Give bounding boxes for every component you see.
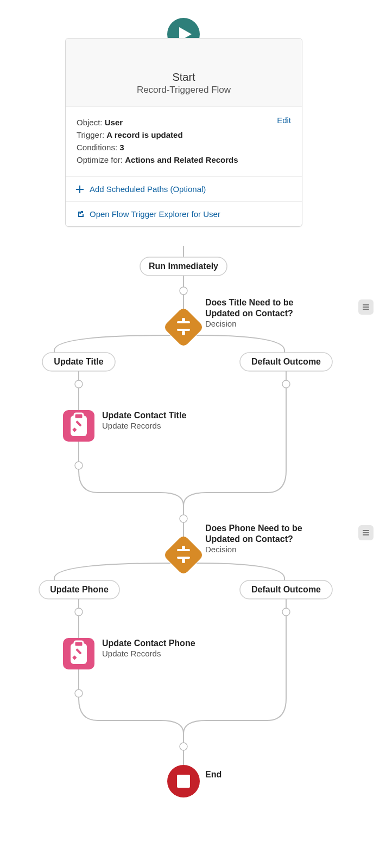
outcome-update-phone[interactable]: Update Phone (39, 580, 119, 599)
svg-point-41 (282, 608, 290, 616)
update-1-label: Update Contact Title Update Records (102, 410, 227, 430)
element-options-1[interactable] (358, 299, 374, 315)
open-trigger-explorer-label: Open Flow Trigger Explorer for User (90, 209, 220, 219)
start-card[interactable]: Start Record-Triggered Flow Edit Object:… (65, 38, 302, 227)
svg-text:Run Immediately: Run Immediately (149, 261, 218, 271)
start-title: Start (74, 71, 293, 84)
object-label: Object: (77, 118, 103, 127)
decision-node-2[interactable] (163, 534, 204, 576)
add-scheduled-paths-label: Add Scheduled Paths (Optional) (90, 184, 206, 194)
start-subtitle: Record-Triggered Flow (74, 85, 293, 95)
object-value: User (105, 118, 123, 127)
svg-point-39 (75, 608, 83, 616)
decision-1-label: Does Title Need to be Updated on Contact… (205, 297, 330, 328)
decision-node-1[interactable] (163, 307, 204, 348)
update-node-2[interactable] (63, 638, 94, 669)
add-scheduled-paths[interactable]: Add Scheduled Paths (Optional) (66, 177, 302, 201)
svg-rect-55 (363, 309, 369, 310)
update-2-label: Update Contact Phone Update Records (102, 638, 232, 658)
svg-point-19 (282, 380, 290, 388)
svg-rect-22 (74, 413, 83, 419)
run-immediately-pill[interactable]: Run Immediately (140, 257, 227, 276)
svg-point-48 (75, 690, 83, 697)
list-icon (362, 303, 370, 311)
svg-point-26 (75, 462, 83, 469)
decision-2-label: Does Phone Need to be Updated on Contact… (205, 523, 330, 554)
optimize-value: Actions and Related Records (125, 155, 238, 164)
svg-rect-31 (182, 546, 185, 550)
trigger-value: A record is updated (106, 130, 182, 139)
outcome-default-2[interactable]: Default Outcome (240, 580, 332, 599)
svg-rect-11 (182, 331, 185, 335)
plus-icon (75, 185, 84, 194)
svg-rect-57 (363, 532, 369, 533)
outcome-update-title[interactable]: Update Title (42, 353, 115, 371)
edit-link[interactable]: Edit (277, 116, 291, 125)
update-node-1[interactable] (63, 410, 94, 442)
svg-rect-54 (363, 307, 369, 308)
list-icon (362, 528, 370, 537)
svg-point-50 (180, 743, 187, 750)
svg-rect-32 (177, 557, 190, 559)
svg-text:Update Phone: Update Phone (50, 585, 109, 594)
svg-rect-58 (363, 534, 369, 535)
open-trigger-explorer[interactable]: Open Flow Trigger Explorer for User (66, 201, 302, 226)
external-link-icon (75, 210, 84, 219)
svg-rect-29 (163, 534, 204, 576)
end-label: End (205, 769, 222, 780)
outcome-default-1[interactable]: Default Outcome (240, 353, 332, 371)
svg-point-17 (75, 380, 83, 388)
trigger-label: Trigger: (77, 130, 104, 139)
svg-rect-53 (363, 304, 369, 305)
svg-rect-44 (74, 641, 83, 647)
svg-text:Default Outcome: Default Outcome (251, 585, 321, 594)
conditions-value: 3 (119, 143, 124, 152)
svg-text:Default Outcome: Default Outcome (251, 357, 321, 366)
svg-rect-9 (182, 318, 185, 322)
svg-rect-56 (363, 530, 369, 531)
svg-text:Update Title: Update Title (54, 357, 103, 366)
svg-rect-10 (177, 329, 190, 331)
svg-point-28 (180, 515, 187, 522)
svg-rect-33 (182, 559, 185, 563)
element-options-2[interactable] (358, 525, 374, 540)
conditions-label: Conditions: (77, 143, 117, 152)
end-node[interactable] (167, 765, 200, 797)
optimize-label: Optimize for: (77, 155, 123, 164)
svg-rect-52 (177, 775, 190, 788)
svg-point-6 (180, 287, 187, 295)
svg-rect-7 (163, 307, 204, 348)
